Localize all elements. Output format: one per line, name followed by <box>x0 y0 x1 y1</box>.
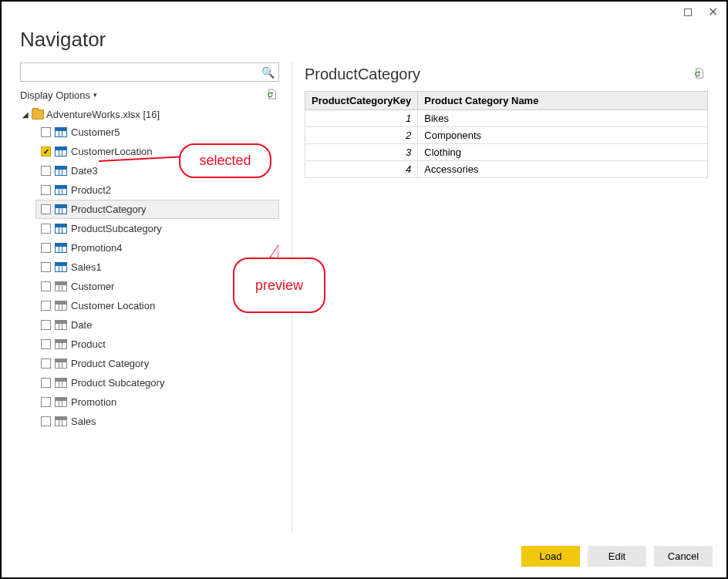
checkbox[interactable] <box>41 359 51 369</box>
header: Navigator <box>2 20 726 62</box>
checkbox[interactable] <box>41 339 51 349</box>
expand-icon: ◢ <box>22 110 29 119</box>
main: 🔍 Display Options ▾ ◢ AdventureWorks.xls… <box>2 62 726 533</box>
tree-item[interactable]: ProductSubcategory <box>35 219 279 238</box>
annotation-selected-text: selected <box>199 153 251 168</box>
search-wrap: 🔍 <box>20 62 279 82</box>
tree-item-label: ProductCategory <box>71 204 147 215</box>
sheet-icon <box>55 416 67 426</box>
tree-item[interactable]: ProductCategory <box>35 200 279 219</box>
close-icon: ✕ <box>708 7 718 18</box>
sheet-icon <box>55 397 67 407</box>
checkbox[interactable] <box>41 204 51 214</box>
cell-key: 4 <box>305 161 418 178</box>
table-row[interactable]: 1Bikes <box>305 110 708 127</box>
root-label: AdventureWorks.xlsx [16] <box>46 109 160 120</box>
tree-item[interactable]: Date <box>35 315 279 335</box>
table-row[interactable]: 4Accessories <box>305 161 708 178</box>
title-bar: ✕ <box>2 2 726 20</box>
tree-item-label: CustomerLocation <box>71 146 153 157</box>
annotation-preview-text: preview <box>255 278 303 294</box>
checkbox[interactable] <box>41 397 51 407</box>
cancel-button[interactable]: Cancel <box>654 546 713 567</box>
options-row: Display Options ▾ <box>20 86 279 103</box>
tree-item[interactable]: Promotion <box>35 392 279 412</box>
sheet-icon <box>55 301 67 311</box>
checkbox[interactable] <box>41 224 51 234</box>
column-header[interactable]: Product Category Name <box>418 92 708 110</box>
table-icon <box>55 204 67 214</box>
refresh-button[interactable] <box>265 88 279 102</box>
tree-item-label: Product <box>71 338 106 350</box>
tree-item-label: Product Subcategory <box>71 377 164 389</box>
table-icon <box>55 185 67 195</box>
checkbox[interactable] <box>41 320 51 330</box>
preview-table[interactable]: ProductCategoryKeyProduct Category Name … <box>305 91 708 178</box>
preview-title: ProductCategory <box>305 66 420 83</box>
checkbox[interactable] <box>41 281 51 291</box>
tree-item-label: Product2 <box>71 184 111 196</box>
tree-item-label: Promotion4 <box>71 242 122 254</box>
sheet-icon <box>55 281 67 291</box>
column-header[interactable]: ProductCategoryKey <box>305 92 418 110</box>
refresh-icon <box>694 68 705 80</box>
cell-key: 2 <box>305 127 418 144</box>
tree-item[interactable]: Sales <box>35 412 279 431</box>
cell-name: Components <box>418 127 708 144</box>
tree-item-label: ProductSubcategory <box>71 223 162 234</box>
table-icon <box>55 262 67 272</box>
edit-button[interactable]: Edit <box>588 546 646 567</box>
tree-item-label: Customer5 <box>71 126 120 138</box>
footer: Load Edit Cancel <box>2 538 726 577</box>
close-button[interactable]: ✕ <box>706 6 719 19</box>
display-options-label: Display Options <box>20 89 90 101</box>
sheet-icon <box>55 339 67 349</box>
restore-button[interactable] <box>682 6 694 19</box>
tree-item-label: Sales1 <box>71 261 102 273</box>
cell-name: Bikes <box>418 110 708 127</box>
checkbox[interactable] <box>41 185 51 195</box>
tree-item[interactable]: Product <box>35 335 279 354</box>
restore-icon <box>684 8 692 16</box>
display-options-dropdown[interactable]: Display Options ▾ <box>20 89 97 101</box>
checkbox[interactable] <box>41 243 51 253</box>
table-icon <box>55 166 67 176</box>
tree-item-label: Promotion <box>71 396 116 408</box>
right-panel: ProductCategory ProductCategoryKeyProduc… <box>297 62 719 533</box>
dialog-title: Navigator <box>20 28 708 52</box>
tree-item-label: Sales <box>71 416 96 427</box>
checkbox[interactable] <box>41 301 51 311</box>
cell-name: Clothing <box>418 144 708 161</box>
annotation-selected: selected <box>179 143 271 178</box>
checkbox[interactable] <box>41 166 51 176</box>
tree-item[interactable]: Product2 <box>35 180 279 200</box>
tree-root[interactable]: ◢ AdventureWorks.xlsx [16] <box>20 106 279 123</box>
sheet-icon <box>55 320 67 330</box>
search-input[interactable] <box>21 63 257 81</box>
table-icon <box>55 224 67 234</box>
folder-icon <box>32 109 44 120</box>
tree-item[interactable]: Product Category <box>35 354 279 373</box>
tree-item-label: Customer Location <box>71 300 155 311</box>
checkbox[interactable] <box>41 127 51 137</box>
checkbox[interactable]: ✓ <box>41 146 51 157</box>
sheet-icon <box>55 378 67 388</box>
load-button[interactable]: Load <box>521 546 580 567</box>
refresh-icon <box>267 89 278 101</box>
tree-item[interactable]: Customer5 <box>35 123 279 142</box>
cell-key: 1 <box>305 110 418 127</box>
table-row[interactable]: 3Clothing <box>305 144 708 161</box>
search-icon[interactable]: 🔍 <box>257 63 278 81</box>
tree-item-label: Date <box>71 319 92 331</box>
checkbox[interactable] <box>41 378 51 388</box>
tree-item[interactable]: Product Subcategory <box>35 373 279 392</box>
tree-item[interactable]: Promotion4 <box>35 238 279 258</box>
preview-refresh-button[interactable] <box>694 68 708 82</box>
checkbox[interactable] <box>41 262 51 272</box>
table-icon <box>55 146 67 157</box>
table-icon <box>55 243 67 253</box>
table-row[interactable]: 2Components <box>305 127 708 144</box>
cell-name: Accessories <box>418 161 708 178</box>
preview-header: ProductCategory <box>305 66 708 83</box>
checkbox[interactable] <box>41 416 51 426</box>
